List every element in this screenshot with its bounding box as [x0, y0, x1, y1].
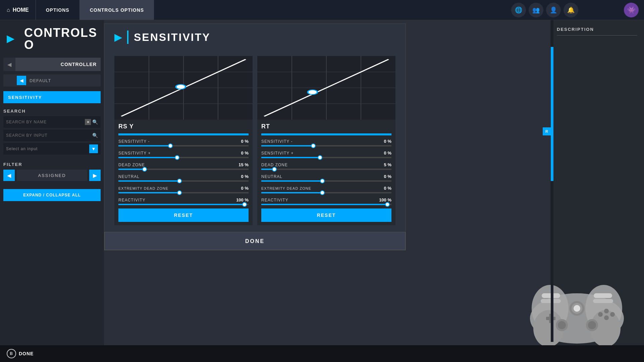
sens-rsy-reset-label: RESET	[174, 213, 193, 218]
svg-point-21	[574, 305, 580, 312]
modal-body: RS Y SENSITIVITY - 0 % SENSITIVITY + 0 %	[104, 51, 406, 232]
search-name-icon: 🔍	[92, 119, 98, 125]
sens-rt-neutral-value: 0 %	[378, 174, 391, 179]
sens-rt-edz-label: EXTREMITY DEAD ZONE	[261, 186, 378, 190]
bottom-b-key: B	[10, 351, 13, 356]
sidebar-title-arrow: ▶	[7, 34, 15, 44]
controller-prev-btn[interactable]: ◀	[3, 58, 15, 71]
controls-options-tab[interactable]: CONTROLS OPTIONS	[80, 0, 154, 20]
sens-rsy-neutral-track[interactable]	[118, 180, 249, 182]
modal-done-area: DONE	[104, 232, 406, 250]
svg-point-29	[176, 84, 185, 89]
sens-rt-plus-label: SENSITIVITY +	[261, 151, 378, 156]
sens-rt-react-label: REACTIVITY	[261, 198, 378, 202]
svg-rect-18	[593, 299, 613, 303]
home-icon: ⌂	[7, 7, 10, 13]
default-row: ◀ DEFAULT	[3, 74, 101, 86]
sens-rt-neutral-row: NEUTRAL 0 %	[257, 172, 395, 180]
default-label: DEFAULT	[30, 78, 51, 83]
sens-rt-dz-track[interactable]	[261, 169, 391, 170]
sens-rt-react-row: REACTIVITY 100 %	[257, 195, 395, 203]
svg-point-11	[604, 315, 609, 320]
sensitivity-tab-btn[interactable]: SENSITIVITY	[3, 91, 101, 103]
community-icon-btn[interactable]: 🌐	[511, 3, 526, 17]
sens-rt-plus-value: 0 %	[378, 150, 391, 156]
search-section-title: SEARCH	[3, 109, 101, 114]
sens-rt-edz-value: 0 %	[378, 186, 391, 191]
filter-title: FILTER	[3, 162, 101, 167]
sidebar-title-text: CONTROLS O	[24, 27, 97, 51]
search-by-input-input[interactable]	[6, 133, 92, 138]
main-content: DESCRIPTION	[104, 20, 644, 362]
expand-collapse-label: EXPAND / COLLAPSE ALL	[23, 193, 81, 197]
sens-rsy-minus-track[interactable]	[118, 145, 249, 146]
sens-rsy-dz-row: DEAD ZONE 15 %	[114, 160, 253, 168]
sens-rt-dz-row: DEAD ZONE 5 %	[257, 160, 395, 168]
modal-header-arrow: ▶	[114, 32, 122, 43]
sens-graph-rt	[257, 56, 395, 120]
options-tab[interactable]: OPTIONS	[36, 0, 80, 20]
sens-rsy-edz-track[interactable]	[118, 192, 249, 193]
sens-rt-plus-row: SENSITIVITY + 0 %	[257, 148, 395, 156]
filter-prev-btn[interactable]: ◀	[3, 170, 15, 181]
search-by-input-row: 🔍	[3, 130, 101, 141]
sens-rsy-plus-value: 0 %	[235, 150, 249, 156]
profile-icon-btn[interactable]: 👤	[546, 3, 561, 17]
bottom-done-btn[interactable]: B DONE	[7, 349, 34, 358]
sens-rt-edz-row: EXTREMITY DEAD ZONE 0 %	[257, 184, 395, 191]
select-input-dropdown-btn[interactable]: ▼	[89, 144, 98, 153]
sens-rt-reset-label: RESET	[317, 213, 336, 218]
svg-point-12	[598, 312, 603, 317]
search-by-name-input[interactable]	[6, 120, 85, 124]
sens-rsy-neutral-row: NEUTRAL 0 %	[114, 172, 253, 180]
home-label: HOME	[13, 7, 29, 13]
search-clear-btn[interactable]: ✕	[85, 119, 91, 125]
sens-panel-rt: RT SENSITIVITY - 0 % SENSITIVITY + 0 %	[257, 56, 395, 225]
sens-rt-neutral-track[interactable]	[261, 180, 391, 182]
sens-rt-edz-track[interactable]	[261, 192, 391, 193]
svg-point-16	[588, 321, 596, 329]
bottom-bar: B DONE	[0, 345, 644, 362]
scroll-bar[interactable]: R	[551, 20, 553, 342]
sens-rsy-minus-row: SENSITIVITY - 0 %	[114, 137, 253, 144]
sens-rsy-react-value: 100 %	[235, 197, 249, 202]
sens-rsy-label: RS Y	[114, 120, 253, 132]
sens-rt-minus-track[interactable]	[261, 145, 391, 146]
avatar[interactable]: 👾	[624, 3, 639, 17]
select-input-text: Select an input	[6, 146, 89, 151]
bottom-b-circle: B	[7, 349, 16, 358]
sens-rt-react-value: 100 %	[378, 197, 391, 202]
top-nav: ⌂ HOME OPTIONS CONTROLS OPTIONS 🌐 👥 👤 🔔 …	[0, 0, 644, 20]
notifications-icon-btn[interactable]: 🔔	[564, 3, 578, 17]
sens-rt-minus-label: SENSITIVITY -	[261, 139, 378, 144]
sens-rsy-plus-track[interactable]	[118, 157, 249, 158]
sens-rsy-react-track[interactable]	[118, 204, 249, 205]
sens-rt-reset-btn[interactable]: RESET	[261, 208, 391, 222]
sens-rsy-react-row: REACTIVITY 100 %	[114, 195, 253, 203]
filter-section: FILTER ◀ ASSIGNED ▶	[0, 159, 104, 184]
search-by-name-row: ✕ 🔍	[3, 116, 101, 128]
sens-rt-react-track[interactable]	[261, 204, 391, 205]
expand-collapse-btn[interactable]: EXPAND / COLLAPSE ALL	[3, 189, 101, 201]
svg-point-37	[308, 90, 317, 95]
controller-label: CONTROLLER	[15, 62, 101, 67]
sens-rsy-dz-track[interactable]	[118, 169, 249, 170]
sens-rsy-minus-value: 0 %	[235, 139, 249, 144]
sens-rsy-plus-label: SENSITIVITY +	[118, 151, 235, 156]
bottom-done-label: DONE	[19, 351, 34, 356]
sens-rsy-reset-btn[interactable]: RESET	[118, 208, 249, 222]
default-arrow-btn[interactable]: ◀	[17, 76, 26, 85]
scroll-thumb	[551, 47, 553, 181]
home-nav-item[interactable]: ⌂ HOME	[0, 0, 36, 20]
sens-rsy-react-label: REACTIVITY	[118, 198, 235, 202]
friends-icon-btn[interactable]: 👥	[529, 3, 543, 17]
modal-done-btn[interactable]: DONE	[104, 232, 406, 250]
sens-rt-minus-row: SENSITIVITY - 0 %	[257, 137, 395, 144]
scroll-indicator: R	[543, 127, 551, 135]
filter-next-btn[interactable]: ▶	[89, 170, 101, 181]
sens-rsy-edz-label: EXTREMITY DEAD ZONE	[118, 186, 235, 190]
sens-rt-plus-track[interactable]	[261, 157, 391, 158]
controller-row: ◀ CONTROLLER	[3, 58, 101, 71]
sens-rt-dz-value: 5 %	[378, 162, 391, 167]
sens-rsy-edz-row: EXTREMITY DEAD ZONE 0 %	[114, 184, 253, 191]
